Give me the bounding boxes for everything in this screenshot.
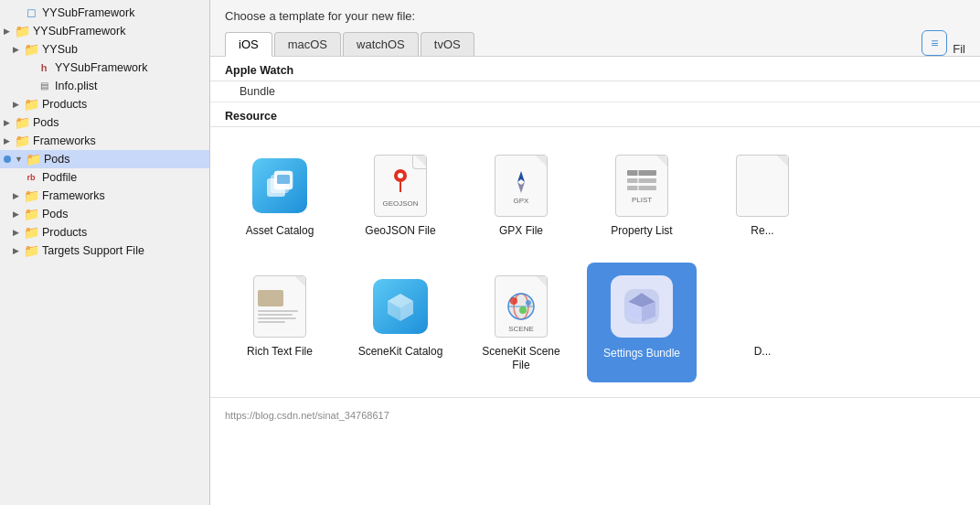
rtf-content	[254, 276, 305, 337]
tab-tvos[interactable]: tvOS	[421, 32, 474, 56]
tree-arrow: ▶	[13, 100, 24, 109]
tree-arrow: ▶	[13, 246, 24, 255]
svg-marker-7	[517, 171, 525, 182]
rtf-icon	[253, 275, 306, 338]
tree-arrow: ▶	[13, 45, 24, 54]
asset-catalog-svg	[261, 167, 298, 204]
sidebar-label: Products	[42, 98, 87, 111]
asset-catalog-icon-wrap	[247, 153, 313, 219]
sidebar-item-products-2[interactable]: ▶ 📁 Products	[0, 223, 209, 242]
rtf-line	[258, 317, 296, 319]
sidebar-label: Podfile	[42, 171, 77, 184]
rtf-image	[258, 290, 283, 306]
sidebar-item-pods-2[interactable]: ▶ 📁 Pods	[0, 205, 209, 223]
template-label: GeoJSON File	[365, 224, 435, 239]
geojson-icon: GEOJSON	[374, 155, 427, 217]
sidebar-item-frameworks-1[interactable]: ▶ 📁 Frameworks	[0, 132, 209, 150]
dogear	[536, 156, 547, 167]
sidebar-item-yysubframework-h[interactable]: h YYSubFramework	[0, 59, 209, 77]
plist-file-icon: ▤	[37, 79, 51, 93]
template-scenekit-scene[interactable]: SCENE SceneKit Scene File	[466, 263, 576, 382]
sidebar-label: Frameworks	[33, 134, 96, 147]
template-settings-bundle[interactable]: Settings Bundle	[587, 263, 697, 382]
main-panel: Choose a template for your new file: iOS…	[210, 0, 980, 505]
geojson-icon-wrap: GEOJSON	[368, 153, 433, 219]
sidebar-item-targets-support[interactable]: ▶ 📁 Targets Support File	[0, 242, 209, 260]
sidebar-item-info-plist[interactable]: ▤ Info.plist	[0, 77, 209, 95]
gpx-icon: GPX	[495, 155, 548, 217]
svg-marker-8	[517, 182, 525, 193]
scenekit-scene-icon: SCENE	[495, 275, 548, 338]
template-rtf[interactable]: Rich Text File	[225, 263, 335, 382]
template-plist[interactable]: PLIST Property List	[587, 142, 697, 248]
tab-watchos[interactable]: watchOS	[343, 32, 419, 56]
bottom-url: https://blog.csdn.net/sinat_34768617	[225, 410, 389, 421]
sidebar-item-yysubframework-file[interactable]: ◻ YYSubFramework	[0, 4, 209, 22]
apple-watch-bundle-item[interactable]: Bundle	[210, 81, 980, 102]
sidebar-item-podfile[interactable]: rb Podfile	[0, 168, 209, 187]
settings-bundle-icon	[611, 275, 673, 338]
tree-arrow: ▼	[15, 155, 26, 164]
rtf-icon-wrap	[247, 274, 313, 339]
scene-badge: SCENE	[508, 325, 534, 333]
re-icon	[736, 155, 789, 217]
sidebar-item-yysubframework-folder[interactable]: ▶ 📁 YYSubFramework	[0, 22, 209, 40]
sidebar-item-products-1[interactable]: ▶ 📁 Products	[0, 95, 209, 113]
svg-point-23	[526, 300, 531, 306]
dialog-title: Choose a template for your new file:	[225, 9, 965, 23]
template-scenekit-catalog[interactable]: SceneKit Catalog	[346, 263, 455, 382]
template-partial-d[interactable]: D...	[708, 263, 817, 382]
tree-arrow: ▶	[4, 118, 15, 127]
selected-indicator	[4, 156, 11, 163]
folder-icon: 📁	[24, 243, 38, 258]
svg-point-5	[398, 173, 403, 178]
template-label: Re...	[751, 224, 773, 239]
sidebar: ◻ YYSubFramework ▶ 📁 YYSubFramework ▶ 📁 …	[0, 0, 210, 505]
folder-icon: 📁	[15, 134, 29, 148]
svg-rect-10	[627, 178, 656, 183]
h-file-icon: h	[37, 60, 51, 75]
gpx-svg	[506, 167, 536, 197]
dogear	[415, 156, 426, 167]
scenekit-catalog-svg	[382, 288, 419, 325]
folder-icon: 📁	[15, 24, 29, 38]
folder-icon: 📁	[15, 115, 29, 130]
tree-arrow: ▶	[4, 136, 15, 145]
sidebar-label: Products	[42, 226, 87, 239]
gpx-icon-wrap: GPX	[488, 153, 554, 219]
dogear	[656, 156, 667, 167]
rb-file-icon: rb	[24, 170, 38, 185]
settings-svg	[621, 285, 663, 328]
sidebar-label: YYSub	[42, 43, 78, 56]
sidebar-item-frameworks-2[interactable]: ▶ 📁 Frameworks	[0, 187, 209, 205]
svg-rect-11	[627, 186, 656, 190]
rtf-line	[258, 310, 298, 312]
re-icon-wrap	[730, 153, 795, 219]
tree-arrow: ▶	[13, 191, 24, 200]
partial-d-icon-wrap	[730, 274, 795, 339]
filter-label: Fil	[953, 42, 965, 56]
folder-icon: 📁	[24, 97, 38, 112]
tree-arrow: ▶	[13, 228, 24, 237]
sidebar-label: Pods	[42, 208, 69, 220]
template-re[interactable]: Re...	[708, 142, 817, 248]
template-label: D...	[754, 345, 772, 360]
platform-tabs: iOS macOS watchOS tvOS ≡ Fil	[225, 30, 965, 56]
sidebar-label: Info.plist	[55, 80, 98, 92]
geojson-badge: GEOJSON	[382, 199, 418, 208]
sidebar-item-yysub[interactable]: ▶ 📁 YYSub	[0, 40, 209, 59]
template-geojson[interactable]: GEOJSON GeoJSON File	[346, 142, 455, 248]
plist-badge: PLIST	[632, 196, 652, 204]
sidebar-label: Targets Support File	[42, 244, 144, 257]
tab-macos[interactable]: macOS	[274, 32, 341, 56]
filter-button[interactable]: ≡	[921, 30, 947, 56]
template-gpx[interactable]: GPX GPX File	[466, 142, 576, 248]
plist-svg	[625, 168, 658, 196]
geojson-svg	[387, 165, 414, 198]
sidebar-item-pods-selected[interactable]: ▼ 📁 Pods	[0, 150, 209, 168]
tab-ios[interactable]: iOS	[225, 32, 272, 57]
section-apple-watch: Apple Watch	[210, 57, 980, 81]
sidebar-item-pods-1[interactable]: ▶ 📁 Pods	[0, 113, 209, 132]
template-asset-catalog[interactable]: Asset Catalog	[225, 142, 335, 248]
sidebar-label: Pods	[44, 153, 70, 166]
